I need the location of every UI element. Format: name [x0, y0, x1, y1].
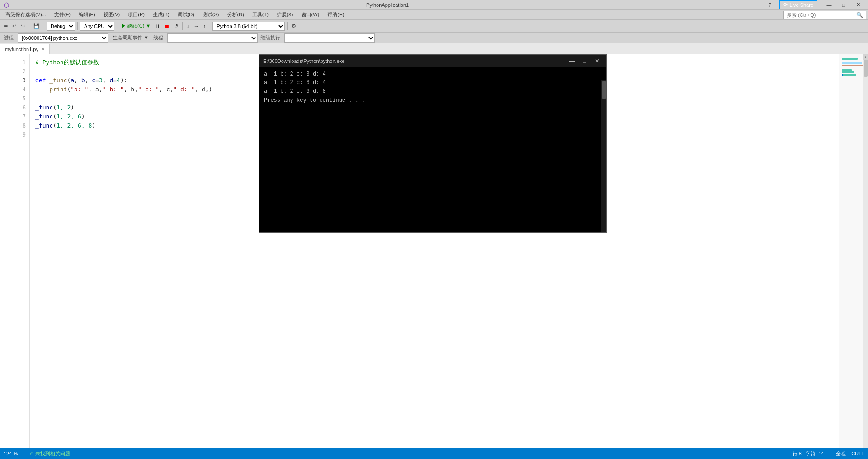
console-line-1: a: 1 b: 2 c: 3 d: 4: [264, 70, 602, 79]
console-title-bar[interactable]: E:\360Downloads\Python\python.exe — □ ✕: [259, 55, 606, 67]
status-bar-right: 行:8 字符: 14 | 全程 CRLF: [793, 450, 864, 457]
console-line-3: a: 1 b: 2 c: 6 d: 8: [264, 87, 602, 96]
cpu-target-dropdown[interactable]: Any CPU: [80, 22, 114, 31]
python-version-dropdown[interactable]: Python 3.8 (64-bit): [212, 22, 285, 31]
menu-project[interactable]: 项目(P): [124, 10, 148, 19]
line-ending-label[interactable]: CRLF: [851, 451, 864, 456]
str-b: " b: ": [103, 85, 124, 94]
step-out-button[interactable]: ↑: [202, 21, 208, 31]
search-icon[interactable]: 🔍: [856, 12, 863, 18]
menu-file[interactable]: 文件(F): [51, 10, 74, 19]
param-c: c: [92, 76, 95, 85]
menu-advanced-save[interactable]: 高级保存选项(V)...: [2, 10, 50, 19]
right-scrollbar[interactable]: [863, 54, 868, 448]
debug-bar: 进程: [0x00001704] python.exe 生命周期事件 ▼ 线程:…: [0, 33, 868, 43]
live-share-label: Live Share: [789, 2, 813, 8]
restart-button[interactable]: ↺: [172, 21, 180, 31]
console-maximize-button[interactable]: □: [579, 57, 590, 65]
line-num-6: 6: [7, 103, 29, 112]
redo-button[interactable]: ↪: [19, 21, 27, 31]
encoding-label[interactable]: 全程: [836, 450, 846, 457]
step-into-button[interactable]: ↓: [185, 21, 191, 31]
call-3: _func: [35, 121, 53, 130]
continue-label: 继续执行:: [260, 34, 282, 41]
separator-3: [77, 22, 78, 30]
separator-4: [117, 22, 117, 30]
window-controls: — □ ✕: [823, 1, 864, 9]
tab-bar: myfunction1.py ✕: [0, 43, 868, 54]
run-button[interactable]: ▶ 继续(C) ▼: [119, 21, 152, 31]
console-close-button[interactable]: ✕: [592, 57, 603, 65]
console-minimize-button[interactable]: —: [566, 57, 577, 65]
close-button[interactable]: ✕: [852, 1, 864, 9]
console-title: E:\360Downloads\Python\python.exe: [263, 58, 344, 64]
pause-button[interactable]: ⏸: [153, 21, 162, 31]
menu-analyze[interactable]: 分析(N): [224, 10, 248, 19]
print-func: print: [49, 85, 67, 94]
param-d: d: [109, 76, 113, 85]
live-share-button[interactable]: ⟳ Live Share: [779, 0, 817, 9]
separator-2: [44, 22, 44, 30]
undo-button[interactable]: ↩: [10, 21, 18, 31]
line-num-8: 8: [7, 121, 29, 130]
minimap-line-7: [842, 71, 854, 73]
call-1-args: 1, 2: [57, 103, 71, 112]
zoom-level[interactable]: 124 %: [4, 451, 18, 456]
param-a: a: [71, 76, 74, 85]
str-c: " c: ": [138, 85, 159, 94]
call-1: _func: [35, 103, 53, 112]
tab-myfunction1[interactable]: myfunction1.py ✕: [0, 44, 50, 54]
status-bar: 124 % | ⊙ 未找到相关问题 行:8 字符: 14 | 全程 CRLF: [0, 448, 868, 459]
minimap-area: +: [839, 54, 868, 448]
minimap-line-2: [842, 60, 865, 62]
line-numbers: 1 2 3 4 5 6 7 8 9: [7, 54, 30, 448]
maximize-button[interactable]: □: [837, 1, 850, 9]
main-toolbar: ⬅ ↩ ↪ 💾 Debug Any CPU ▶ 继续(C) ▼ ⏸ ⏹ ↺ ↓ …: [0, 20, 868, 33]
line-num-1: 1: [7, 58, 29, 67]
menu-window[interactable]: 窗口(W): [298, 10, 323, 19]
menu-bar: 高级保存选项(V)... 文件(F) 编辑(E) 视图(V) 项目(P) 生成(…: [0, 10, 868, 20]
console-scrollbar[interactable]: [601, 80, 606, 232]
help-btn[interactable]: ?: [766, 2, 774, 8]
str-a: "a: ": [71, 85, 88, 94]
search-input[interactable]: [787, 12, 854, 18]
menu-extensions[interactable]: 扩展(X): [273, 10, 297, 19]
menu-debug[interactable]: 调试(D): [174, 10, 198, 19]
settings-button[interactable]: ⚙: [290, 21, 298, 31]
minimap-line-5: [842, 67, 865, 69]
save-button[interactable]: 💾: [32, 21, 42, 31]
minimize-button[interactable]: —: [823, 1, 835, 9]
scroll-up-button[interactable]: +: [863, 54, 868, 60]
continue-dropdown[interactable]: [284, 33, 375, 43]
menu-test[interactable]: 测试(S): [199, 10, 223, 19]
status-bar-left: 124 % | ⊙ 未找到相关问题: [4, 450, 70, 457]
space-1: [46, 76, 49, 85]
stop-button[interactable]: ⏹: [163, 21, 171, 31]
title-bar-right: ? ⟳ Live Share — □ ✕: [766, 0, 864, 9]
thread-dropdown[interactable]: [167, 33, 258, 43]
debug-mode-dropdown[interactable]: Debug: [47, 22, 75, 31]
menu-view[interactable]: 视图(V): [100, 10, 124, 19]
tab-close-button[interactable]: ✕: [41, 47, 45, 52]
menu-tools[interactable]: 工具(T): [249, 10, 272, 19]
menu-edit[interactable]: 编辑(E): [75, 10, 99, 19]
console-window: E:\360Downloads\Python\python.exe — □ ✕ …: [259, 54, 607, 233]
menu-build[interactable]: 生成(B): [149, 10, 173, 19]
default-d: 4: [117, 76, 120, 85]
no-issues-label[interactable]: ⊙ 未找到相关问题: [30, 450, 70, 457]
menu-help[interactable]: 帮助(H): [324, 10, 348, 19]
separator-2: |: [829, 451, 830, 456]
tab-label: myfunction1.py: [5, 47, 38, 52]
nav-back-button[interactable]: ⬅: [2, 21, 9, 31]
lifecycle-button[interactable]: 生命周期事件 ▼: [111, 33, 151, 43]
line-num-5: 5: [7, 94, 29, 103]
paren-open: (: [67, 76, 71, 85]
console-line-2: a: 1 b: 2 c: 6 d: 4: [264, 79, 602, 87]
minimap-line-3: [842, 62, 862, 64]
step-over-button[interactable]: →: [192, 21, 201, 31]
console-scroll-thumb: [602, 81, 606, 99]
minimap-line-6: [842, 69, 852, 71]
separator-6: [210, 22, 210, 30]
process-dropdown[interactable]: [0x00001704] python.exe: [18, 33, 108, 43]
col-label: 字符: 14: [806, 451, 824, 456]
